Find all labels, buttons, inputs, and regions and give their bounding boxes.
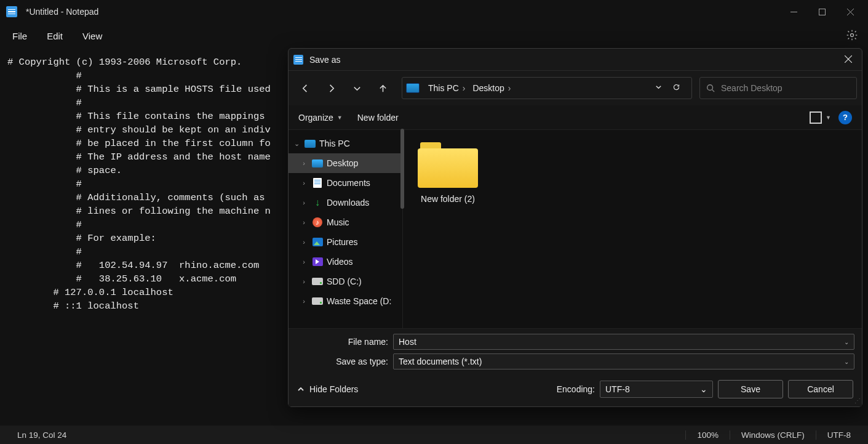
menu-edit[interactable]: Edit <box>37 27 73 45</box>
dialog-fields: File name: Host⌄ Save as type: Text docu… <box>289 328 862 372</box>
notepad-icon <box>6 6 17 17</box>
tree-item-drive-d[interactable]: ›Waste Space (D: <box>289 291 402 311</box>
tree-item-pictures[interactable]: ›Pictures <box>289 232 402 252</box>
resize-grip[interactable]: ⋰ <box>854 397 859 404</box>
pc-icon <box>406 83 420 93</box>
encoding-select[interactable]: UTF-8⌄ <box>600 381 713 398</box>
menu-bar: File Edit View <box>0 23 868 48</box>
hide-folders-toggle[interactable]: Hide Folders <box>297 384 358 394</box>
status-eol[interactable]: Windows (CRLF) <box>730 430 816 440</box>
title-bar: *Untitled - Notepad <box>0 0 868 23</box>
address-dropdown-button[interactable] <box>655 83 663 93</box>
nav-tree: ⌄This PC ›Desktop ›Documents ›↓Downloads… <box>289 130 403 328</box>
breadcrumb-root[interactable]: This PC› <box>424 83 469 93</box>
window-title: *Untitled - Notepad <box>26 7 98 17</box>
close-button[interactable] <box>836 2 864 22</box>
dialog-body: ⌄This PC ›Desktop ›Documents ›↓Downloads… <box>289 130 862 328</box>
download-icon: ↓ <box>312 198 323 208</box>
minimize-button[interactable] <box>779 2 808 22</box>
nav-recent-button[interactable] <box>345 76 368 100</box>
maximize-button[interactable] <box>808 2 836 22</box>
nav-up-button[interactable] <box>371 76 394 100</box>
svg-point-4 <box>851 33 854 36</box>
settings-button[interactable] <box>838 25 866 47</box>
nav-forward-button[interactable] <box>319 76 343 100</box>
tree-item-videos[interactable]: ›Videos <box>289 252 402 272</box>
new-folder-button[interactable]: New folder <box>357 113 399 123</box>
svg-point-7 <box>707 85 713 91</box>
view-options-button[interactable]: ▼ <box>810 111 831 124</box>
refresh-button[interactable] <box>666 83 687 93</box>
nav-back-button[interactable] <box>293 76 317 100</box>
save-button[interactable]: Save <box>718 380 783 398</box>
save-as-dialog: Save as This PC› Desktop› Search Desktop… <box>288 48 862 407</box>
file-item-folder[interactable]: New folder (2) <box>414 141 482 204</box>
dialog-close-button[interactable] <box>840 52 857 67</box>
svg-rect-1 <box>819 9 825 15</box>
dialog-title: Save as <box>309 55 341 65</box>
dialog-bottom-bar: Hide Folders Encoding: UTF-8⌄ Save Cance… <box>289 372 862 406</box>
help-button[interactable]: ? <box>838 111 852 124</box>
filename-label: File name: <box>296 337 388 347</box>
folder-icon <box>418 141 478 188</box>
menu-view[interactable]: View <box>73 27 112 45</box>
status-cursor: Ln 19, Col 24 <box>6 430 78 440</box>
tree-item-downloads[interactable]: ›↓Downloads <box>289 193 402 212</box>
address-bar[interactable]: This PC› Desktop› <box>402 77 692 99</box>
savetype-select[interactable]: Text documents (*.txt)⌄ <box>393 353 854 369</box>
dialog-app-icon <box>293 55 303 65</box>
tree-item-documents[interactable]: ›Documents <box>289 173 402 193</box>
svg-line-8 <box>712 90 715 92</box>
savetype-label: Save as type: <box>296 357 388 366</box>
cancel-button[interactable]: Cancel <box>788 380 853 398</box>
file-pane[interactable]: New folder (2) <box>403 130 862 328</box>
dialog-toolbar: Organize▼ New folder ▼ ? <box>289 105 862 130</box>
status-bar: Ln 19, Col 24 100% Windows (CRLF) UTF-8 <box>0 426 868 444</box>
tree-item-this-pc[interactable]: ⌄This PC <box>289 134 402 153</box>
file-item-label: New folder (2) <box>414 194 482 204</box>
menu-file[interactable]: File <box>2 27 37 45</box>
search-input[interactable]: Search Desktop <box>699 77 857 99</box>
tree-item-drive-c[interactable]: ›SDD (C:) <box>289 272 402 291</box>
dialog-nav-row: This PC› Desktop› Search Desktop <box>289 71 862 105</box>
status-zoom[interactable]: 100% <box>685 430 730 440</box>
encoding-label: Encoding: <box>557 384 595 394</box>
search-icon <box>706 84 715 92</box>
tree-item-desktop[interactable]: ›Desktop <box>289 153 402 173</box>
dialog-title-bar: Save as <box>289 49 862 71</box>
tree-item-music[interactable]: ›♪Music <box>289 212 402 232</box>
status-encoding[interactable]: UTF-8 <box>816 430 862 440</box>
breadcrumb-location[interactable]: Desktop› <box>469 83 514 93</box>
organize-button[interactable]: Organize▼ <box>298 113 343 123</box>
filename-input[interactable]: Host⌄ <box>393 334 854 350</box>
search-placeholder: Search Desktop <box>721 83 782 93</box>
